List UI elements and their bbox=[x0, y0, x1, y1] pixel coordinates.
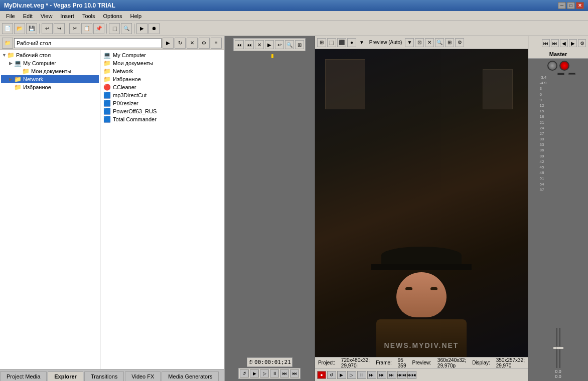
explorer-options[interactable]: ⚙ bbox=[199, 38, 210, 49]
menu-file[interactable]: File bbox=[2, 12, 19, 20]
mixer-btn2[interactable]: ⏭ bbox=[551, 39, 559, 47]
path-dropdown[interactable]: Рабочий стол bbox=[14, 38, 162, 48]
vprev-btn1[interactable]: ⊞ bbox=[317, 38, 326, 47]
file-item-mycomputer[interactable]: 💻 My Computer bbox=[101, 51, 223, 59]
vprev-btn9[interactable]: ⊞ bbox=[445, 38, 454, 47]
tab-video-fx[interactable]: Video FX bbox=[125, 371, 161, 381]
vprev-btn4[interactable]: ● bbox=[347, 38, 356, 47]
folder-tree[interactable]: ▼ 📁 Рабочий стол ▶ 💻 My Computer 📁 Мои д… bbox=[0, 50, 100, 369]
file-item-favorites[interactable]: 📁 Избранное bbox=[101, 75, 223, 83]
mixer-btn3[interactable]: ◀ bbox=[560, 39, 568, 47]
menu-help[interactable]: Help bbox=[126, 12, 145, 20]
vprev-btn5[interactable]: ▼ bbox=[405, 38, 414, 47]
open-button[interactable]: 📂 bbox=[14, 23, 25, 34]
explorer-back-button[interactable]: 📁 bbox=[2, 38, 13, 49]
file-item-ccleaner[interactable]: 🔴 CCleaner bbox=[101, 83, 223, 91]
mixer-btn4[interactable]: ▶ bbox=[569, 39, 577, 47]
vt-loop[interactable]: ↺ bbox=[327, 371, 336, 379]
vt-play2[interactable]: ▷ bbox=[347, 371, 356, 379]
file-item-label: Network bbox=[113, 68, 133, 74]
vt-rew[interactable]: ⏮ bbox=[377, 371, 386, 379]
redo-button[interactable]: ↪ bbox=[54, 23, 65, 34]
prev-tb-btn7[interactable]: ⊞ bbox=[295, 40, 304, 49]
record-button[interactable]: ⏺ bbox=[149, 23, 160, 34]
vprev-btn2[interactable]: ⬚ bbox=[327, 38, 336, 47]
fader-thumb-right[interactable] bbox=[556, 346, 564, 349]
file-item-totalcmd[interactable]: 🟦 Total Commander bbox=[101, 115, 223, 123]
transport-play2[interactable]: ▷ bbox=[260, 369, 269, 377]
tab-media-generators[interactable]: Media Generators bbox=[162, 371, 219, 381]
explorer-nav-button[interactable]: ▶ bbox=[163, 38, 174, 49]
menu-options[interactable]: Options bbox=[99, 12, 126, 20]
close-button[interactable]: ✕ bbox=[576, 2, 584, 9]
file-item-network[interactable]: 📁 Network bbox=[101, 67, 223, 75]
file-list[interactable]: 💻 My Computer 📁 Мои документы 📁 Network … bbox=[100, 50, 224, 369]
vt-record[interactable]: ● bbox=[317, 371, 326, 379]
mixer-btn1[interactable]: ⏮ bbox=[542, 39, 550, 47]
menu-edit[interactable]: Edit bbox=[19, 12, 37, 20]
paste-button[interactable]: 📌 bbox=[93, 23, 104, 34]
cut-button[interactable]: ✂ bbox=[69, 23, 80, 34]
tree-item-mycomputer[interactable]: ▶ 💻 My Computer bbox=[1, 59, 99, 67]
prev-tb-btn1[interactable]: ⏮ bbox=[235, 40, 244, 49]
master-knob[interactable] bbox=[547, 61, 557, 71]
explorer-up[interactable]: ✕ bbox=[187, 38, 198, 49]
vt-play[interactable]: ▶ bbox=[337, 371, 346, 379]
transport-pause[interactable]: ⏸ bbox=[270, 369, 279, 377]
fader-right[interactable] bbox=[559, 328, 560, 368]
vt-step-back[interactable]: ⏮⏮ bbox=[397, 371, 406, 379]
transport-ff[interactable]: ⏭ bbox=[280, 369, 289, 377]
select-button[interactable]: ⬚ bbox=[109, 23, 120, 34]
minimize-button[interactable]: ─ bbox=[558, 2, 566, 9]
file-item-pixresizer[interactable]: 🟦 PIXresizer bbox=[101, 99, 223, 107]
tab-project-media[interactable]: Project Media bbox=[0, 371, 47, 381]
preview-mode-label: ▼ bbox=[357, 40, 366, 45]
prev-tb-btn3[interactable]: ✕ bbox=[255, 40, 264, 49]
vt-end[interactable]: ⏭ bbox=[387, 371, 396, 379]
save-button[interactable]: 💾 bbox=[26, 23, 37, 34]
maximize-button[interactable]: □ bbox=[567, 2, 575, 9]
prev-tb-btn4[interactable]: ▶ bbox=[265, 40, 274, 49]
tree-item-mydocs[interactable]: 📁 Мои документы bbox=[1, 67, 99, 75]
file-item-mp3directcut[interactable]: 🟦 mp3DirectCut bbox=[101, 91, 223, 99]
prev-tb-btn6[interactable]: 🔍 bbox=[285, 40, 294, 49]
transport-play[interactable]: ▶ bbox=[250, 369, 259, 377]
menu-view[interactable]: View bbox=[37, 12, 57, 20]
person-figure bbox=[361, 247, 482, 357]
vprev-btn8[interactable]: 🔍 bbox=[435, 38, 444, 47]
vprev-btn6[interactable]: ⊡ bbox=[415, 38, 424, 47]
prev-tb-btn2[interactable]: ⏮ bbox=[245, 40, 254, 49]
transport-ff2[interactable]: ⏭ bbox=[290, 369, 299, 377]
explorer-content: ▼ 📁 Рабочий стол ▶ 💻 My Computer 📁 Мои д… bbox=[0, 50, 224, 369]
tree-item-desktop[interactable]: ▼ 📁 Рабочий стол bbox=[1, 51, 99, 59]
explorer-view[interactable]: ≡ bbox=[211, 38, 222, 49]
vt-ff[interactable]: ⏭ bbox=[367, 371, 376, 379]
menu-tools[interactable]: Tools bbox=[78, 12, 99, 20]
title-bar: MyDiv.net.veg * - Vegas Pro 10.0 TRIAL ─… bbox=[0, 0, 588, 11]
master-knob-red[interactable] bbox=[559, 61, 569, 71]
menu-insert[interactable]: Insert bbox=[56, 12, 78, 20]
tab-explorer[interactable]: Explorer bbox=[48, 371, 83, 381]
mixer-label: Master bbox=[528, 50, 588, 59]
explorer-refresh[interactable]: ↻ bbox=[175, 38, 186, 49]
zoom-button[interactable]: 🔍 bbox=[121, 23, 132, 34]
tab-transitions[interactable]: Transitions bbox=[84, 371, 124, 381]
vt-step-fwd[interactable]: ⏭⏭ bbox=[407, 371, 416, 379]
transport-loop[interactable]: ↺ bbox=[240, 369, 249, 377]
prev-tb-btn5[interactable]: ↩ bbox=[275, 40, 284, 49]
vprev-btn7[interactable]: ✕ bbox=[425, 38, 434, 47]
vprev-btn10[interactable]: ⚙ bbox=[455, 38, 464, 47]
vprev-btn3[interactable]: ⬛ bbox=[337, 38, 346, 47]
file-item-mydocs[interactable]: 📁 Мои документы bbox=[101, 59, 223, 67]
vt-pause[interactable]: ⏸ bbox=[357, 371, 366, 379]
file-item-poweroff[interactable]: 🟦 PowerOff63_RUS bbox=[101, 107, 223, 115]
preview-timecode: 00:00:01;21 bbox=[254, 359, 291, 365]
tree-item-network[interactable]: ▶ 📁 Network bbox=[1, 75, 99, 83]
undo-button[interactable]: ↩ bbox=[42, 23, 53, 34]
tree-item-favorites[interactable]: 📁 Избранное bbox=[1, 83, 99, 91]
new-button[interactable]: 📄 bbox=[2, 23, 13, 34]
render-button[interactable]: ▶ bbox=[136, 23, 148, 34]
copy-button[interactable]: 📋 bbox=[81, 23, 92, 34]
hat-top bbox=[381, 247, 462, 264]
mixer-btn5[interactable]: ⚙ bbox=[578, 39, 586, 47]
